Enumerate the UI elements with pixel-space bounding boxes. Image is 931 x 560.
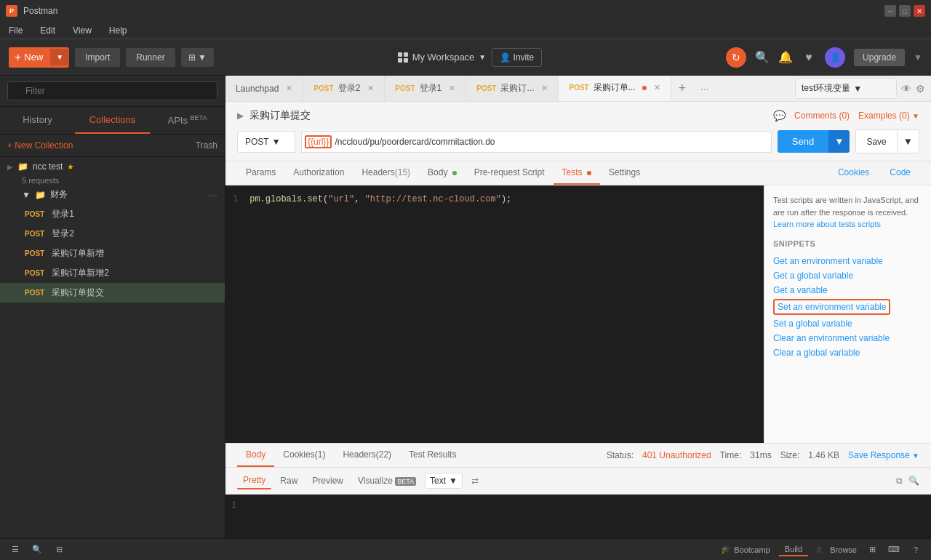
close-button[interactable]: ✕	[914, 5, 925, 17]
tab-login1[interactable]: POST 登录1 ✕	[385, 76, 466, 102]
close-icon[interactable]: ✕	[449, 84, 455, 93]
format-pretty[interactable]: Pretty	[237, 472, 271, 489]
env-selector[interactable]: test环境变量 ▼	[795, 78, 897, 99]
response-tab-body[interactable]: Body	[237, 444, 274, 467]
import-button[interactable]: Import	[75, 48, 120, 67]
menu-file[interactable]: File	[6, 24, 25, 37]
close-icon[interactable]: ✕	[286, 84, 292, 93]
tab-cookies[interactable]: Cookies	[829, 161, 878, 185]
heart-icon[interactable]: ♥	[802, 50, 816, 65]
minimize-button[interactable]: ─	[884, 5, 896, 17]
build-button[interactable]: Build	[779, 543, 808, 556]
tab-caigou-submit[interactable]: POST 采购订单... ✕	[559, 76, 671, 102]
tab-apis[interactable]: APIs BETA	[150, 107, 225, 134]
snippet-get-global[interactable]: Get a global variable	[773, 268, 922, 283]
search-icon[interactable]: 🔍	[755, 50, 770, 65]
request-caigou-submit[interactable]: POST 采购订单提交	[0, 283, 225, 303]
sidebar-toggle-icon[interactable]: ☰	[9, 543, 22, 556]
browse-button[interactable]: Browse	[830, 545, 857, 554]
snippet-get-var[interactable]: Get a variable	[773, 283, 922, 297]
tab-history[interactable]: History	[0, 107, 75, 134]
upgrade-button[interactable]: Upgrade	[854, 49, 905, 66]
trash-button[interactable]: Trash	[196, 140, 217, 151]
save-dropdown[interactable]: ▼	[898, 129, 919, 153]
collection-caiwu[interactable]: ▼ 📁 财务 ···	[0, 185, 225, 204]
tab-params[interactable]: Params	[237, 161, 284, 185]
maximize-button[interactable]: □	[899, 5, 911, 17]
new-dropdown[interactable]: ▼	[50, 49, 69, 65]
response-tab-cookies[interactable]: Cookies(1)	[274, 444, 334, 467]
code-editor[interactable]: 1 pm.globals.set("url", "http://test.nc-…	[225, 185, 764, 443]
response-tab-test-results[interactable]: Test Results	[400, 444, 465, 467]
response-tab-headers[interactable]: Headers(22)	[334, 444, 400, 467]
url-input[interactable]: {{url}} /nccloud/pu/poordercard/commitac…	[301, 131, 772, 153]
snippet-set-global[interactable]: Set a global variable	[773, 316, 922, 331]
send-button[interactable]: Send	[778, 130, 828, 153]
snippet-get-env[interactable]: Get an environment variable	[773, 254, 922, 268]
snippet-clear-env[interactable]: Clear an environment variable	[773, 331, 922, 345]
save-response-button[interactable]: Save Response ▼	[848, 450, 919, 460]
method-select[interactable]: POST ▼	[237, 131, 295, 153]
new-button[interactable]: + New	[9, 47, 50, 68]
bootcamp-button[interactable]: 🎓 Bootcamp	[721, 545, 770, 554]
copy-icon[interactable]: ⧉	[896, 476, 903, 486]
more-tabs-button[interactable]: ···	[693, 83, 716, 95]
eye-icon[interactable]: 👁	[901, 83, 911, 95]
format-visualize[interactable]: Visualize BETA	[352, 473, 422, 489]
tab-pre-request[interactable]: Pre-request Script	[466, 161, 554, 185]
examples-link[interactable]: Examples (0) ▼	[858, 111, 919, 121]
settings-icon[interactable]: ⚙	[916, 83, 925, 95]
learn-more-link[interactable]: Learn more about tests scripts	[773, 220, 881, 228]
layout-icon[interactable]: ⊞	[866, 543, 879, 556]
tab-caigou[interactable]: POST 采购订... ✕	[466, 76, 559, 102]
request-login1[interactable]: POST 登录1	[0, 204, 225, 224]
format-raw[interactable]: Raw	[274, 473, 303, 489]
sync-button[interactable]: ↻	[726, 47, 746, 68]
send-dropdown[interactable]: ▼	[828, 130, 850, 153]
snippet-clear-global[interactable]: Clear a global variable	[773, 345, 922, 360]
find-icon[interactable]: 🔍	[31, 543, 44, 556]
more-button[interactable]: ···	[209, 189, 217, 201]
search-input[interactable]	[7, 81, 217, 100]
runner-button[interactable]: Runner	[126, 48, 175, 67]
close-icon[interactable]: ✕	[654, 83, 660, 92]
caret-right-icon[interactable]: ▶	[237, 111, 244, 121]
close-icon[interactable]: ✕	[541, 84, 548, 93]
tab-authorization[interactable]: Authorization	[284, 161, 353, 185]
close-icon[interactable]: ✕	[367, 84, 374, 93]
keyboard-icon[interactable]: ⌨	[887, 543, 900, 556]
request-login2[interactable]: POST 登录2	[0, 224, 225, 244]
comments-link[interactable]: Comments (0)	[794, 111, 850, 121]
tab-code[interactable]: Code	[881, 161, 919, 185]
format-text-select[interactable]: Text ▼	[425, 473, 463, 489]
invite-button[interactable]: 👤 Invite	[492, 48, 542, 67]
bell-icon[interactable]: 🔔	[778, 50, 793, 65]
chevron-down-icon: ▼	[272, 137, 281, 147]
tab-collections[interactable]: Collections	[75, 107, 150, 134]
collection-ncc-test[interactable]: ▶ 📁 ncc test ★	[0, 157, 225, 176]
extra-button[interactable]: ⊞ ▼	[181, 48, 214, 67]
snippet-set-env[interactable]: Set an environment variable	[773, 299, 890, 315]
tab-login2[interactable]: POST 登录2 ✕	[303, 76, 385, 102]
search-response-icon[interactable]: 🔍	[908, 476, 919, 486]
help-icon[interactable]: ?	[909, 543, 922, 556]
tab-headers[interactable]: Headers(15)	[353, 161, 419, 185]
request-caigou1[interactable]: POST 采购订单新增	[0, 244, 225, 263]
request-caigou2[interactable]: POST 采购订单新增2	[0, 263, 225, 283]
workspace-button[interactable]: My Workspace ▼	[398, 52, 487, 63]
menu-edit[interactable]: Edit	[37, 24, 58, 37]
save-button[interactable]: Save	[855, 129, 897, 153]
tab-settings[interactable]: Settings	[600, 161, 649, 185]
add-tab-button[interactable]: +	[671, 81, 694, 96]
tab-tests[interactable]: Tests	[554, 161, 600, 185]
new-collection-button[interactable]: + New Collection	[7, 140, 73, 151]
tab-body[interactable]: Body	[419, 161, 466, 185]
tab-launchpad[interactable]: Launchpad ✕	[225, 76, 303, 102]
format-preview[interactable]: Preview	[306, 473, 349, 489]
upgrade-dropdown[interactable]: ▼	[914, 52, 922, 63]
menu-view[interactable]: View	[70, 24, 95, 37]
console-icon[interactable]: ⊟	[52, 543, 65, 556]
avatar[interactable]: 👤	[825, 47, 845, 68]
wrap-icon[interactable]: ⇄	[471, 476, 479, 486]
menu-help[interactable]: Help	[106, 24, 130, 37]
